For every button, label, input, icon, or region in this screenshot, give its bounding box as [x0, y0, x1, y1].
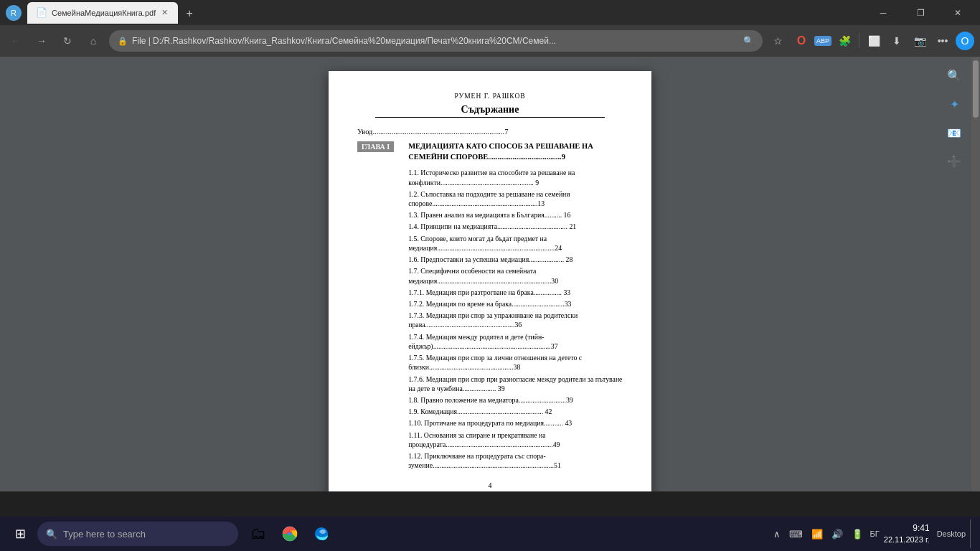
toc-entry: 1.10. Протичане на процедурата по медиац…	[408, 418, 623, 428]
toc-entry: 1.7. Специфични особености на семейната …	[408, 266, 623, 285]
pdf-title-underline	[375, 117, 605, 118]
toc-entry: 1.9. Комедиация.........................…	[408, 407, 623, 416]
toc-entry: 1.8. Правно положение на медиатора......…	[408, 395, 623, 405]
taskbar-clock[interactable]: 9:41 22.11.2023 г.	[884, 522, 930, 545]
pdf-tab-icon: 📄	[36, 7, 47, 18]
sidebar-add-icon[interactable]: ➕	[943, 150, 966, 173]
star-icon[interactable]: ☆	[768, 31, 788, 51]
tab-bar: 📄 СемейнаМедиацияКнига.pdf ✕ +	[27, 2, 861, 24]
network-icon[interactable]: 📶	[809, 526, 826, 542]
taskbar-time: 9:41	[884, 522, 930, 534]
toc-entry: 1.3. Правен анализ на медиацията в Бълга…	[408, 210, 623, 220]
new-tab-button[interactable]: +	[179, 4, 199, 24]
toc-entry: 1.12. Приключване на процедурата със спо…	[408, 451, 623, 470]
start-button[interactable]: ⊞	[6, 519, 34, 548]
scrollbar[interactable]	[971, 57, 980, 491]
toc-entry: 1.7.4. Медиация между родител и дете (ти…	[408, 332, 623, 351]
pdf-tab[interactable]: 📄 СемейнаМедиацияКнига.pdf ✕	[27, 2, 178, 24]
toc-entry: 1.11. Основания за спиране и прекратяван…	[408, 430, 623, 449]
forward-button[interactable]: →	[32, 31, 52, 51]
taskbar-chrome[interactable]	[275, 519, 304, 548]
address-text: File | D:/R.Rashkov/Rashkov/Книга_Rashko…	[132, 36, 743, 46]
toc-entry: 1.2. Съпоставка на подходите за решаване…	[408, 189, 623, 208]
pdf-viewer: 🔍 ✦ 📧 ➕ РУМЕН Г. РАШКОВ Съдържание Увод.…	[0, 57, 980, 491]
window-controls: ─ ❐ ✕	[867, 0, 974, 25]
taskbar-search-bar[interactable]: 🔍 Type here to search	[37, 522, 238, 546]
chapter1-title: МЕДИАЦИЯТА КАТО СПОСОБ ЗА РЕШАВАНЕ НА СЕ…	[408, 141, 623, 162]
toc-entry: 1.5. Спорове, които могат да бъдат предм…	[408, 234, 623, 253]
extensions-icon[interactable]: 🧩	[834, 31, 854, 51]
tab-title: СемейнаМедиацияКнига.pdf	[52, 9, 156, 17]
maximize-button[interactable]: ❐	[904, 0, 937, 25]
chapter1-section: ГЛАВА I МЕДИАЦИЯТА КАТО СПОСОБ ЗА РЕШАВА…	[357, 141, 623, 473]
toc-entry: 1.7.6. Медиация при спор при разногласие…	[408, 375, 623, 393]
desktop-button[interactable]: Desktop	[937, 529, 966, 538]
opera-account-icon[interactable]: O	[956, 32, 974, 50]
more-button[interactable]: •••	[933, 31, 953, 51]
scrollbar-thumb[interactable]	[973, 60, 979, 118]
close-button[interactable]: ✕	[941, 0, 974, 25]
toolbar-icons: ☆ O ABP 🧩 ⬜ ⬇ 📷 ••• O	[768, 31, 974, 51]
profile-avatar[interactable]: R	[6, 5, 22, 21]
pdf-page-title: Съдържание	[357, 104, 623, 116]
toc-entry: 1.7.2. Медиация по време на брака.......…	[408, 299, 623, 309]
toc-entry: 1.6. Предпоставки за успешна медиация...…	[408, 255, 623, 264]
sidebar-search-icon[interactable]: 🔍	[943, 64, 966, 87]
taskbar-lang-indicator[interactable]: БГ	[870, 529, 880, 538]
minimize-button[interactable]: ─	[867, 0, 900, 25]
sidebar-outlook-icon[interactable]: 📧	[943, 121, 966, 144]
system-tray: ∧ ⌨ 📶 🔊 🔋	[771, 526, 866, 542]
download-icon[interactable]: ⬇	[887, 31, 907, 51]
sidebar-copilot-icon[interactable]: ✦	[943, 93, 966, 116]
volume-icon[interactable]: 🔊	[829, 526, 846, 542]
toc-entry: 1.4. Принципи на медиацията.............…	[408, 222, 623, 231]
page-number: 4	[357, 481, 623, 489]
address-lock-icon: 🔒	[118, 37, 128, 46]
toc-intro-entry: Увод....................................…	[357, 128, 623, 136]
taskbar-search-text: Type here to search	[63, 529, 146, 540]
title-bar: R 📄 СемейнаМедиацияКнига.pdf ✕ + ─ ❐ ✕	[0, 0, 980, 25]
toc-entry: 1.7.5. Медиация при спор за лични отноше…	[408, 353, 623, 372]
screenshot-icon[interactable]: 📷	[910, 31, 930, 51]
chapter1-content: МЕДИАЦИЯТА КАТО СПОСОБ ЗА РЕШАВАНЕ НА СЕ…	[408, 141, 623, 473]
home-button[interactable]: ⌂	[83, 31, 103, 51]
refresh-button[interactable]: ↻	[57, 31, 77, 51]
toc-entry: 1.7.3. Медиация при спор за упражняване …	[408, 311, 623, 329]
back-button[interactable]: ←	[6, 31, 26, 51]
tray-arrow-icon[interactable]: ∧	[771, 526, 783, 542]
taskbar-right: ∧ ⌨ 📶 🔊 🔋 БГ 9:41 22.11.2023 г. Desktop	[771, 519, 974, 548]
taskbar: ⊞ 🔍 Type here to search 🗂 ∧ ⌨ 📶 🔊 🔋 БГ	[0, 517, 980, 551]
pdf-page: РУМЕН Г. РАШКОВ Съдържание Увод.........…	[329, 71, 651, 491]
taskbar-apps: 🗂	[244, 519, 336, 548]
address-bar: ← → ↻ ⌂ 🔒 File | D:/R.Rashkov/Rashkov/Кн…	[0, 25, 980, 57]
chapter1-label-container: ГЛАВА I	[357, 141, 401, 473]
opera-icon[interactable]: O	[791, 31, 811, 51]
split-view-icon[interactable]: ⬜	[864, 31, 884, 51]
taskbar-date: 22.11.2023 г.	[884, 534, 930, 545]
keyboard-icon[interactable]: ⌨	[786, 526, 806, 542]
tab-close-button[interactable]: ✕	[160, 6, 169, 19]
chapter1-label: ГЛАВА I	[357, 141, 394, 152]
toc-entry: 1.1. Историческо развитие на способите з…	[408, 168, 623, 187]
browser-right-panel: 🔍 ✦ 📧 ➕	[943, 64, 966, 173]
address-input[interactable]: 🔒 File | D:/R.Rashkov/Rashkov/Книга_Rash…	[109, 30, 763, 52]
toc-entry: 1.7.1. Медиация при разтрогване на брака…	[408, 288, 623, 297]
pdf-author: РУМЕН Г. РАШКОВ	[357, 93, 623, 100]
adblock-icon[interactable]: ABP	[814, 36, 831, 46]
toc-entries-container: 1.1. Историческо развитие на способите з…	[408, 168, 623, 470]
taskbar-edge[interactable]	[307, 519, 336, 548]
taskbar-file-explorer[interactable]: 🗂	[244, 519, 273, 548]
battery-icon[interactable]: 🔋	[849, 526, 866, 542]
search-icon: 🔍	[743, 36, 754, 46]
taskbar-search-icon: 🔍	[46, 529, 57, 540]
show-desktop-strip[interactable]	[970, 519, 974, 548]
toolbar-separator	[859, 34, 859, 48]
